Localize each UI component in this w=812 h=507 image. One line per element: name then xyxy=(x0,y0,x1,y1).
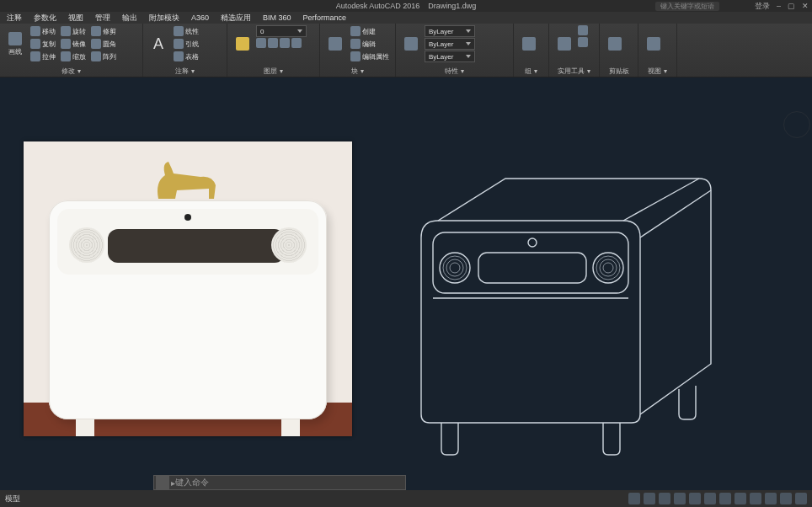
draw-button[interactable]: 画线 xyxy=(3,25,27,62)
transparency-toggle-icon[interactable] xyxy=(735,493,746,504)
linear-button[interactable]: 线性 xyxy=(172,25,200,37)
cmd-icon[interactable] xyxy=(156,476,169,489)
table-button[interactable]: 表格 xyxy=(172,51,200,62)
layer-tool-icon[interactable] xyxy=(291,38,302,48)
menu-item[interactable]: 精选应用 xyxy=(217,13,254,24)
layer-props-button[interactable] xyxy=(231,25,254,62)
base-view-button[interactable] xyxy=(642,25,665,62)
menu-item[interactable]: 管理 xyxy=(92,13,114,24)
panel-label[interactable]: 组 ▾ xyxy=(517,67,545,77)
maximize-icon[interactable]: ▢ xyxy=(788,2,795,10)
panel-label[interactable]: 剪贴板 xyxy=(603,67,634,77)
panel-label[interactable]: 图层 ▾ xyxy=(231,67,316,77)
panel-label[interactable]: 实用工具 ▾ xyxy=(553,67,596,77)
annotation-toggle-icon[interactable] xyxy=(765,493,777,504)
svg-point-1 xyxy=(528,238,537,247)
linetype-select[interactable]: ByLayer xyxy=(425,51,475,62)
mirror-button[interactable]: 镜像 xyxy=(59,38,88,50)
camera-dot xyxy=(184,214,191,221)
array-button[interactable]: 阵列 xyxy=(89,51,118,62)
svg-point-9 xyxy=(600,259,617,276)
match-props-button[interactable] xyxy=(399,25,423,62)
menu-item[interactable]: BIM 360 xyxy=(259,13,295,22)
deer-decoration xyxy=(150,157,226,204)
svg-point-3 xyxy=(440,253,470,283)
layer-tool-icon[interactable] xyxy=(268,38,278,48)
panel-label[interactable]: 特性 ▾ xyxy=(399,67,510,77)
rotate-button[interactable]: 旋转 xyxy=(59,25,88,37)
search-box[interactable]: 键入关键字或短语 xyxy=(655,2,719,11)
menu-item[interactable]: 注释 xyxy=(3,13,25,24)
status-buttons xyxy=(628,493,807,504)
drawing-canvas[interactable]: TRONXI xyxy=(0,77,812,490)
menu-item[interactable]: 输出 xyxy=(119,13,141,24)
leader-button[interactable]: 引线 xyxy=(172,38,200,50)
panel-view: 视图 ▾ xyxy=(638,24,677,77)
menu-item[interactable]: 参数化 xyxy=(30,13,60,24)
reference-image: TRONXI xyxy=(24,141,352,436)
util-icon[interactable] xyxy=(578,37,588,47)
measure-button[interactable] xyxy=(553,25,576,62)
cabinet-photo: TRONXI xyxy=(49,200,327,419)
panel-label[interactable]: 修改 ▾ xyxy=(3,67,139,77)
menu-item[interactable]: 视图 xyxy=(65,13,87,24)
login-link[interactable]: 登录 xyxy=(755,1,770,12)
panel-block: 创建 编辑 编辑属性 块 ▾ xyxy=(320,24,396,77)
panel-label[interactable]: 注释 ▾ xyxy=(147,67,223,77)
viewcube[interactable] xyxy=(783,111,810,138)
fillet-button[interactable]: 圆角 xyxy=(89,38,118,50)
status-bar: 模型 xyxy=(0,490,812,507)
scale-button[interactable]: 缩放 xyxy=(59,51,88,62)
paste-button[interactable] xyxy=(603,25,627,62)
group-button[interactable] xyxy=(517,25,541,62)
layer-tool-icon[interactable] xyxy=(256,38,266,48)
layer-tool-icon[interactable] xyxy=(280,38,290,48)
move-button[interactable]: 移动 xyxy=(29,25,57,37)
command-line[interactable]: ▸ 键入命令 xyxy=(153,475,406,490)
edit-block-button[interactable]: 编辑 xyxy=(349,38,391,50)
panel-clipboard: 剪贴板 xyxy=(600,24,638,77)
menu-item[interactable]: A360 xyxy=(188,13,212,22)
trim-button[interactable]: 修剪 xyxy=(89,25,118,37)
insert-button[interactable] xyxy=(323,25,347,62)
otrack-toggle-icon[interactable] xyxy=(704,493,716,504)
minimize-icon[interactable]: – xyxy=(777,2,781,10)
shelf-slot xyxy=(108,229,285,263)
edit-attr-button[interactable]: 编辑属性 xyxy=(349,51,391,62)
copy-button[interactable]: 复制 xyxy=(29,38,57,50)
leg xyxy=(281,419,300,436)
color-select[interactable]: ByLayer xyxy=(425,25,475,37)
lineweight-select[interactable]: ByLayer xyxy=(425,38,475,50)
close-icon[interactable]: ✕ xyxy=(802,2,809,10)
svg-rect-0 xyxy=(433,232,628,293)
customize-icon[interactable] xyxy=(795,493,807,504)
util-icon[interactable] xyxy=(578,25,588,35)
svg-point-4 xyxy=(593,253,623,283)
create-block-button[interactable]: 创建 xyxy=(349,25,391,37)
text-button[interactable]: A xyxy=(147,25,170,62)
panel-modify: 画线 移动旋转修剪 复制镜像圆角 拉伸缩放阵列 修改 ▾ xyxy=(0,24,143,77)
osnap-toggle-icon[interactable] xyxy=(689,493,701,504)
panel-group: 组 ▾ xyxy=(514,24,549,77)
ribbon: 画线 移动旋转修剪 复制镜像圆角 拉伸缩放阵列 修改 ▾ A 线性 引线 表格 … xyxy=(0,24,812,77)
panel-label[interactable]: 视图 ▾ xyxy=(642,67,673,77)
stretch-button[interactable]: 拉伸 xyxy=(29,51,57,62)
panel-layers: 0 图层 ▾ xyxy=(227,24,320,77)
panel-label[interactable]: 块 ▾ xyxy=(323,67,392,77)
menu-bar: 注释 参数化 视图 管理 输出 附加模块 A360 精选应用 BIM 360 P… xyxy=(0,12,812,24)
ortho-toggle-icon[interactable] xyxy=(659,493,670,504)
layer-select[interactable]: 0 xyxy=(256,25,307,37)
polar-toggle-icon[interactable] xyxy=(674,493,686,504)
cmd-prompt: 键入命令 xyxy=(175,477,209,488)
workspace-icon[interactable] xyxy=(780,493,792,504)
panel-properties: ByLayer ByLayer ByLayer 特性 ▾ xyxy=(396,24,514,77)
grid-toggle-icon[interactable] xyxy=(628,493,640,504)
model-tab[interactable]: 模型 xyxy=(5,494,20,504)
menu-item[interactable]: 附加模块 xyxy=(146,13,183,24)
menu-item[interactable]: Performance xyxy=(300,13,350,22)
panel-utilities: 实用工具 ▾ xyxy=(549,24,600,77)
cycling-toggle-icon[interactable] xyxy=(750,493,761,504)
svg-rect-2 xyxy=(478,253,586,283)
lineweight-toggle-icon[interactable] xyxy=(719,493,731,504)
snap-toggle-icon[interactable] xyxy=(644,493,655,504)
